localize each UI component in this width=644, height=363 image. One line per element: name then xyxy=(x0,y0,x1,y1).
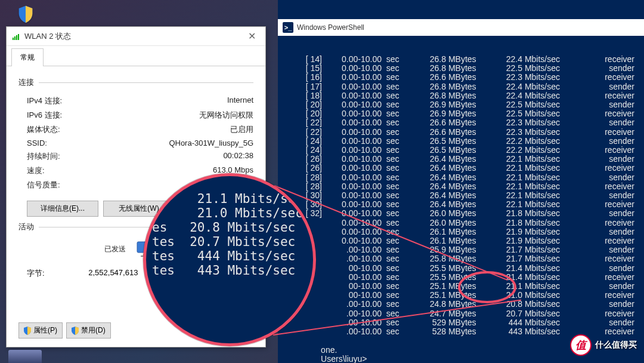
ps-row: 0.00-10.00 sec26.0 MBytes21.8 Mbits/secr… xyxy=(281,219,640,227)
section-connection: 连接 xyxy=(18,77,34,88)
ps-row: .00-10.00 sec24.7 MBytes20.7 Mbits/secre… xyxy=(281,309,640,318)
ps-row: [ 30]0.00-10.00 sec26.4 MBytes22.1 Mbits… xyxy=(281,200,640,209)
tab-strip: 常规 xyxy=(7,46,265,66)
shield-defender-icon xyxy=(16,4,36,24)
ps-row: [ 26]0.00-10.00 sec26.4 MBytes22.1 Mbits… xyxy=(281,155,640,164)
duration-value: 00:02:38 xyxy=(223,151,253,162)
ps-title: Windows PowerShell xyxy=(297,23,364,32)
shield-icon xyxy=(24,327,31,335)
media-value: 已启用 xyxy=(230,124,253,135)
ps-row: .00-10.00 sec25.9 MBytes21.7 Mbits/secse… xyxy=(281,245,640,254)
wlan-titlebar[interactable]: WLAN 2 状态 ✕ xyxy=(7,27,265,46)
ipv4-value: Internet xyxy=(227,96,253,106)
watermark: 值 什么值得买 xyxy=(570,334,637,356)
ps-row: 0.00-10.00 sec26.1 MBytes21.9 Mbits/secr… xyxy=(281,236,640,245)
ps-row: [ 16]0.00-10.00 sec26.6 MBytes22.3 Mbits… xyxy=(281,73,640,82)
ipv6-label: IPv6 连接: xyxy=(27,110,62,121)
bytes-label: 字节: xyxy=(27,268,45,279)
ps-row: [ 14]0.00-10.00 sec26.8 MBytes22.4 Mbits… xyxy=(281,55,640,64)
desktop-shortcut[interactable] xyxy=(11,2,41,26)
svg-rect-3 xyxy=(18,34,19,40)
signal-label: 信号质量: xyxy=(27,180,60,192)
svg-rect-0 xyxy=(13,38,14,40)
ps-row: [ 26]0.00-10.00 sec26.4 MBytes22.1 Mbits… xyxy=(281,164,640,173)
close-button[interactable]: ✕ xyxy=(243,29,261,44)
ps-titlebar[interactable]: >_ Windows PowerShell xyxy=(278,19,644,36)
media-label: 媒体状态: xyxy=(27,124,60,135)
section-activity: 活动 xyxy=(18,222,34,232)
ssid-value: QHora-301W_liuspy_5G xyxy=(169,139,253,147)
ps-row: [ 20]0.00-10.00 sec26.9 MBytes22.5 Mbits… xyxy=(281,100,640,109)
ps-row: [ 17]0.00-10.00 sec26.8 MBytes22.4 Mbits… xyxy=(281,82,640,91)
shield-icon xyxy=(72,327,79,335)
sent-label: 已发送 xyxy=(104,244,126,254)
ps-row: [ 18]0.00-10.00 sec26.8 MBytes22.4 Mbits… xyxy=(281,91,640,100)
ssid-label: SSID: xyxy=(27,139,47,147)
watermark-text: 什么值得买 xyxy=(595,340,637,350)
svg-rect-2 xyxy=(16,35,17,40)
ps-row: [ 22]0.00-10.00 sec26.6 MBytes22.3 Mbits… xyxy=(281,128,640,137)
ipv4-label: IPv4 连接: xyxy=(27,96,62,106)
ps-row: 00-10.00 sec25.5 MBytes21.4 Mbits/secsen… xyxy=(281,264,640,273)
ps-row: 0.00-10.00 sec26.1 MBytes21.9 Mbits/secs… xyxy=(281,227,640,236)
wifi-icon xyxy=(11,32,21,41)
watermark-logo: 值 xyxy=(570,334,592,356)
ps-row: [ 20]0.00-10.00 sec26.9 MBytes22.5 Mbits… xyxy=(281,109,640,118)
ps-row: [ 24]0.00-10.00 sec26.5 MBytes22.2 Mbits… xyxy=(281,137,640,146)
properties-button[interactable]: 属性(P) xyxy=(18,322,63,339)
wlan-title: WLAN 2 状态 xyxy=(24,31,243,42)
duration-label: 持续时间: xyxy=(27,151,60,162)
ps-row: [ 24]0.00-10.00 sec26.5 MBytes22.2 Mbits… xyxy=(281,146,640,155)
zoom-magnifier: 21.1 Mbits/sec 21.0 Mbits/sec es 20.8 Mb… xyxy=(143,173,316,346)
svg-rect-1 xyxy=(14,36,16,40)
ps-row: [ 30]0.00-10.00 sec26.4 MBytes22.1 Mbits… xyxy=(281,191,640,200)
disable-button[interactable]: 禁用(D) xyxy=(66,322,111,339)
tab-general[interactable]: 常规 xyxy=(11,48,44,66)
powershell-icon: >_ xyxy=(283,22,293,33)
taskbar-item[interactable] xyxy=(8,350,42,363)
speed-label: 速度: xyxy=(27,165,45,176)
ps-row: [ 15]0.00-10.00 sec26.8 MBytes22.5 Mbits… xyxy=(281,64,640,73)
ps-row: [ 22]0.00-10.00 sec26.6 MBytes22.3 Mbits… xyxy=(281,118,640,127)
annotation-circle xyxy=(458,271,516,303)
ipv6-value: 无网络访问权限 xyxy=(199,110,253,121)
ps-row: [ 28]0.00-10.00 sec26.4 MBytes22.1 Mbits… xyxy=(281,182,640,191)
details-button[interactable]: 详细信息(E)... xyxy=(27,201,98,217)
ps-row: [ 28]0.00-10.00 sec26.4 MBytes22.1 Mbits… xyxy=(281,173,640,182)
ps-row: .00-10.00 sec25.8 MBytes21.7 Mbits/secre… xyxy=(281,254,640,263)
